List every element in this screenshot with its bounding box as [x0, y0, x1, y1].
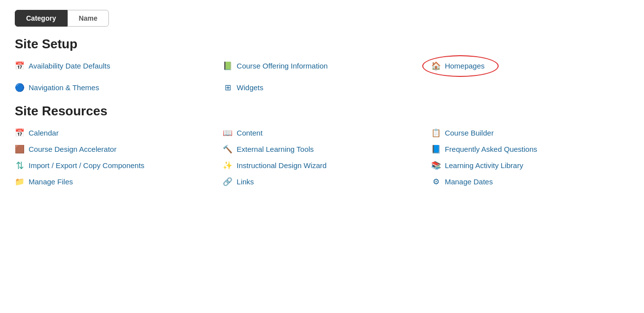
manage-dates-icon: ⚙ — [431, 177, 441, 187]
widgets-icon: ⊞ — [223, 83, 233, 93]
calendar-icon: 📅 — [15, 61, 25, 71]
homepages-text: Homepages — [445, 61, 485, 71]
site-resources-heading: Site Resources — [15, 104, 629, 119]
faq-text: Frequently Asked Questions — [445, 144, 538, 154]
instructional-design-wizard-text: Instructional Design Wizard — [237, 160, 327, 171]
site-setup-col-2: 📗 Course Offering Information ⊞ Widgets — [223, 61, 421, 93]
faq-link[interactable]: 📘 Frequently Asked Questions — [431, 144, 629, 154]
calendar-link[interactable]: 📅 Calendar — [15, 128, 213, 138]
course-offering-icon: 📗 — [223, 61, 233, 71]
availability-date-defaults-link[interactable]: 📅 Availability Date Defaults — [15, 61, 213, 71]
site-resources-col-2: 📖 Content 🔨 External Learning Tools ✨ In… — [223, 128, 421, 187]
course-design-icon: 🟫 — [15, 144, 25, 154]
manage-dates-text: Manage Dates — [445, 176, 493, 187]
site-resources-col-1: 📅 Calendar 🟫 Course Design Accelerator ⇅… — [15, 128, 213, 187]
learning-activity-library-link[interactable]: 📚 Learning Activity Library — [431, 160, 629, 171]
nav-icon: 🔵 — [15, 83, 25, 93]
import-export-link[interactable]: ⇅ Import / Export / Copy Components — [15, 160, 213, 171]
import-export-icon: ⇅ — [15, 161, 25, 171]
navigation-themes-text: Navigation & Themes — [29, 82, 99, 93]
links-link[interactable]: 🔗 Links — [223, 176, 421, 187]
calendar2-icon: 📅 — [15, 128, 25, 138]
tab-name[interactable]: Name — [68, 10, 109, 27]
import-export-text: Import / Export / Copy Components — [29, 160, 144, 171]
learning-activity-library-text: Learning Activity Library — [445, 160, 523, 171]
tab-category[interactable]: Category — [15, 10, 68, 27]
faq-icon: 📘 — [431, 144, 441, 154]
home-icon: 🏠 — [431, 61, 441, 71]
ext-learning-icon: 🔨 — [223, 144, 233, 154]
external-learning-tools-link[interactable]: 🔨 External Learning Tools — [223, 144, 421, 154]
site-setup-grid: 📅 Availability Date Defaults 🔵 Navigatio… — [15, 61, 629, 93]
course-design-text: Course Design Accelerator — [29, 144, 116, 154]
site-setup-col-3: 🏠 Homepages — [431, 61, 629, 93]
course-design-accelerator-link[interactable]: 🟫 Course Design Accelerator — [15, 144, 213, 154]
manage-files-link[interactable]: 📁 Manage Files — [15, 176, 213, 187]
content-link[interactable]: 📖 Content — [223, 128, 421, 138]
site-resources-section: Site Resources 📅 Calendar 🟫 Course Desig… — [15, 104, 629, 187]
site-resources-grid: 📅 Calendar 🟫 Course Design Accelerator ⇅… — [15, 128, 629, 187]
manage-files-text: Manage Files — [29, 176, 73, 187]
library-icon: 📚 — [431, 161, 441, 171]
folder-icon: 📁 — [15, 177, 25, 187]
course-builder-text: Course Builder — [445, 128, 494, 138]
course-builder-link[interactable]: 📋 Course Builder — [431, 128, 629, 138]
links-text: Links — [237, 176, 254, 187]
widgets-text: Widgets — [237, 82, 263, 93]
site-setup-section: Site Setup 📅 Availability Date Defaults … — [15, 36, 629, 93]
wizard-icon: ✨ — [223, 161, 233, 171]
widgets-link[interactable]: ⊞ Widgets — [223, 82, 421, 93]
site-setup-heading: Site Setup — [15, 36, 629, 52]
external-learning-tools-text: External Learning Tools — [237, 144, 314, 154]
course-offering-info-link[interactable]: 📗 Course Offering Information — [223, 61, 421, 71]
instructional-design-wizard-link[interactable]: ✨ Instructional Design Wizard — [223, 160, 421, 171]
homepages-link[interactable]: 🏠 Homepages — [431, 61, 485, 71]
link-icon: 🔗 — [223, 177, 233, 187]
course-builder-icon: 📋 — [431, 128, 441, 138]
content-icon: 📖 — [223, 128, 233, 138]
navigation-themes-link[interactable]: 🔵 Navigation & Themes — [15, 82, 213, 93]
calendar-text: Calendar — [29, 128, 59, 138]
availability-date-defaults-text: Availability Date Defaults — [29, 61, 110, 71]
content-text: Content — [237, 128, 263, 138]
course-offering-info-text: Course Offering Information — [237, 61, 328, 71]
tab-row: Category Name — [15, 10, 629, 27]
site-setup-col-1: 📅 Availability Date Defaults 🔵 Navigatio… — [15, 61, 213, 93]
site-resources-col-3: 📋 Course Builder 📘 Frequently Asked Ques… — [431, 128, 629, 187]
manage-dates-link[interactable]: ⚙ Manage Dates — [431, 176, 629, 187]
